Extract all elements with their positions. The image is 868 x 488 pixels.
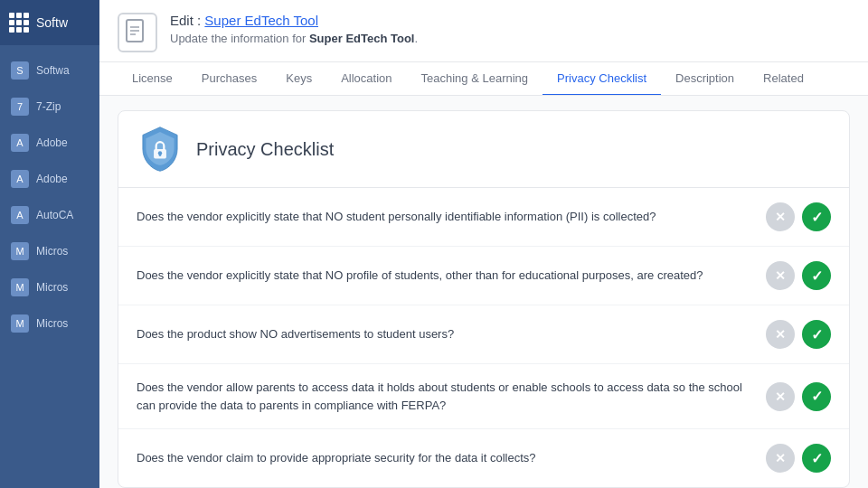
checklist-icons [766, 320, 831, 349]
document-icon [118, 13, 157, 52]
sidebar-item-label: Adobe [36, 173, 68, 185]
sidebar-item-7zip[interactable]: 7 7-Zip [0, 89, 99, 125]
yes-icon[interactable] [802, 202, 831, 231]
checklist-container: Does the vendor explicitly state that NO… [118, 188, 849, 487]
tab-allocation[interactable]: Allocation [326, 62, 406, 96]
sidebar-item-label: Micros [36, 245, 68, 258]
checklist-question: Does the vendor claim to provide appropr… [137, 449, 751, 467]
edit-label: Edit : [170, 13, 201, 28]
checklist-item: Does the product show NO advertisements … [118, 305, 849, 364]
checklist-icons [766, 261, 831, 290]
subtitle-end: . [414, 32, 418, 45]
page-title: Edit : Super EdTech Tool [170, 13, 418, 28]
sidebar-item-label: 7-Zip [36, 100, 61, 113]
main-content: Edit : Super EdTech Tool Update the info… [99, 0, 868, 488]
no-icon[interactable] [766, 261, 795, 290]
sidebar-item-icon: S [11, 61, 29, 80]
tab-keys[interactable]: Keys [271, 62, 326, 96]
sidebar-item-label: Softwa [36, 64, 70, 77]
page-header: Edit : Super EdTech Tool Update the info… [99, 0, 868, 62]
sidebar-item-autocad[interactable]: A AutoCA [0, 197, 99, 233]
sidebar-item-label: Adobe [36, 136, 68, 149]
sidebar-item-icon: A [11, 170, 29, 188]
sidebar-list: S Softwa 7 7-Zip A Adobe A Adobe A AutoC… [0, 45, 99, 488]
grid-icon [9, 13, 29, 33]
sidebar-item-label: Micros [36, 317, 68, 330]
sidebar-item-micros1[interactable]: M Micros [0, 233, 99, 269]
tab-teaching-learning[interactable]: Teaching & Learning [407, 62, 543, 96]
checklist-question: Does the vendor explicitly state that NO… [137, 208, 751, 226]
sidebar-item-label: Micros [36, 281, 68, 294]
tool-link[interactable]: Super EdTech Tool [204, 13, 318, 28]
sidebar-item-label: AutoCA [36, 209, 73, 221]
sidebar-item-micros3[interactable]: M Micros [0, 305, 99, 342]
tab-bar: License Purchases Keys Allocation Teachi… [99, 62, 868, 96]
subtitle-text: Update the information for [170, 32, 309, 45]
page-header-text: Edit : Super EdTech Tool Update the info… [170, 13, 418, 45]
tab-license[interactable]: License [118, 62, 187, 96]
checklist-question: Does the vendor allow parents to access … [137, 379, 751, 414]
yes-icon[interactable] [802, 444, 831, 473]
yes-icon[interactable] [802, 261, 831, 290]
sidebar-item-icon: M [11, 242, 29, 260]
tab-purchases[interactable]: Purchases [187, 62, 271, 96]
svg-rect-6 [159, 153, 162, 155]
sidebar-header: Softw [0, 0, 99, 45]
sidebar: Softw S Softwa 7 7-Zip A Adobe A Adobe A… [0, 0, 99, 488]
checklist-item: Does the vendor allow parents to access … [118, 364, 849, 429]
checklist-icons [766, 202, 831, 231]
page-subtitle: Update the information for Super EdTech … [170, 32, 418, 45]
sidebar-item-icon: A [11, 134, 29, 152]
no-icon[interactable] [766, 202, 795, 231]
shield-icon [137, 126, 184, 173]
checklist-item: Does the vendor claim to provide appropr… [118, 429, 849, 487]
yes-icon[interactable] [802, 382, 831, 411]
sidebar-item-icon: M [11, 278, 29, 296]
sidebar-item-micros2[interactable]: M Micros [0, 269, 99, 305]
sidebar-item-adobe2[interactable]: A Adobe [0, 161, 99, 197]
tab-description[interactable]: Description [661, 62, 749, 96]
sidebar-item-adobe1[interactable]: A Adobe [0, 125, 99, 161]
tab-related[interactable]: Related [749, 62, 818, 96]
no-icon[interactable] [766, 320, 795, 349]
privacy-title: Privacy Checklist [196, 139, 334, 160]
checklist-question: Does the vendor explicitly state that NO… [137, 267, 751, 285]
privacy-section: Privacy Checklist Does the vendor explic… [118, 110, 850, 488]
tab-privacy-checklist[interactable]: Privacy Checklist [542, 62, 661, 96]
checklist-item: Does the vendor explicitly state that NO… [118, 188, 849, 247]
checklist-icons [766, 444, 831, 473]
no-icon[interactable] [766, 382, 795, 411]
checklist-question: Does the product show NO advertisements … [137, 325, 751, 343]
sidebar-item-icon: A [11, 206, 29, 224]
sidebar-item-icon: M [11, 314, 29, 333]
sidebar-title: Softw [36, 15, 68, 30]
no-icon[interactable] [766, 444, 795, 473]
checklist-item: Does the vendor explicitly state that NO… [118, 247, 849, 305]
content-panel: Privacy Checklist Does the vendor explic… [99, 96, 868, 488]
subtitle-bold: Super EdTech Tool [309, 32, 415, 45]
sidebar-item-icon: 7 [11, 98, 29, 116]
yes-icon[interactable] [802, 320, 831, 349]
checklist-icons [766, 382, 831, 411]
privacy-header: Privacy Checklist [118, 111, 849, 188]
sidebar-item-softwa[interactable]: S Softwa [0, 52, 99, 89]
